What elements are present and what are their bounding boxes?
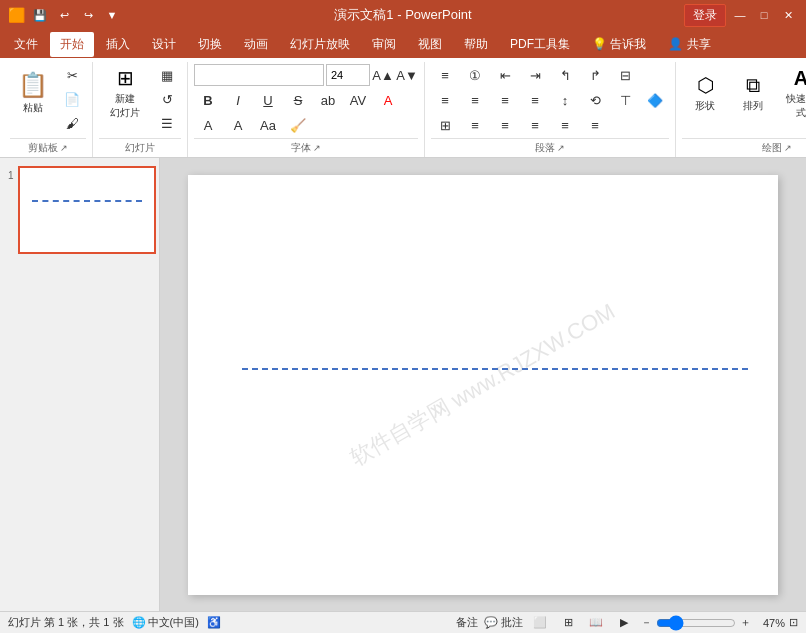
notes-button[interactable]: 备注 [456,615,478,630]
menu-file[interactable]: 文件 [4,32,48,57]
para-extra5[interactable]: ≡ [551,114,579,136]
align-text-button[interactable]: ⊤ [611,89,639,111]
menu-share[interactable]: 👤 共享 [658,32,720,57]
slide-sorter-button[interactable]: ⊞ [557,614,579,632]
para-extra3[interactable]: ≡ [491,114,519,136]
shadow-button[interactable]: ab [314,89,342,111]
zoom-in-button[interactable]: ＋ [740,615,751,630]
justify-button[interactable]: ≡ [521,89,549,111]
char-spacing-button[interactable]: AV [344,89,372,111]
text-direction-button[interactable]: ⟲ [581,89,609,111]
canvas-area: 软件自学网 www.RJZXW.COM [160,158,806,611]
font-color2-button[interactable]: A [224,114,252,136]
comments-button[interactable]: 💬 批注 [484,615,523,630]
arrange-button[interactable]: ⧉ 排列 [730,64,776,122]
slide-count: 幻灯片 第 1 张，共 1 张 [8,615,124,630]
align-center-button[interactable]: ≡ [461,89,489,111]
font-color-button[interactable]: A [374,89,402,111]
menu-tell-me[interactable]: 💡 告诉我 [582,32,656,57]
ribbon-content: 📋 粘贴 ✂ 📄 🖌 剪贴板 ↗ ⊞ 新建幻灯片 [0,58,806,157]
menu-design[interactable]: 设计 [142,32,186,57]
shapes-button[interactable]: ⬡ 形状 [682,64,728,122]
rtl-button[interactable]: ↰ [551,64,579,86]
align-right-button[interactable]: ≡ [491,89,519,111]
reading-view-button[interactable]: 📖 [585,614,607,632]
menu-animations[interactable]: 动画 [234,32,278,57]
clipboard-content: 📋 粘贴 ✂ 📄 🖌 [10,62,86,138]
line-spacing-button[interactable]: ↕ [551,89,579,111]
undo-icon[interactable]: ↩ [54,5,74,25]
cut-button[interactable]: ✂ [58,64,86,86]
column-button[interactable]: ⊟ [611,64,639,86]
new-slide-button[interactable]: ⊞ 新建幻灯片 [99,64,151,122]
case-button[interactable]: Aa [254,114,282,136]
reset-button[interactable]: ↺ [153,88,181,110]
menu-review[interactable]: 审阅 [362,32,406,57]
para-extra6[interactable]: ≡ [581,114,609,136]
smartart-button[interactable]: 🔷 [641,89,669,111]
paste-label: 粘贴 [23,101,43,115]
menu-bar: 文件 开始 插入 设计 切换 动画 幻灯片放映 审阅 视图 帮助 PDF工具集 … [0,30,806,58]
menu-transitions[interactable]: 切换 [188,32,232,57]
align-left-button[interactable]: ≡ [431,89,459,111]
paste-button[interactable]: 📋 粘贴 [10,64,56,122]
underline-button[interactable]: U [254,89,282,111]
slide-thumbnail[interactable] [18,166,156,254]
status-bar: 幻灯片 第 1 张，共 1 张 🌐 中文(中国) ♿ 备注 💬 批注 ⬜ ⊞ 📖… [0,611,806,633]
bold-button[interactable]: B [194,89,222,111]
italic-button[interactable]: I [224,89,252,111]
indent-decrease-button[interactable]: ⇤ [491,64,519,86]
new-slide-label: 新建幻灯片 [110,92,140,120]
quick-styles-button[interactable]: A 快速样式 [778,64,806,122]
numbering-button[interactable]: ① [461,64,489,86]
decrease-font-button[interactable]: A▼ [396,64,418,86]
ltr-button[interactable]: ↱ [581,64,609,86]
font-row1: A▲ A▼ [194,64,418,86]
format-painter-button[interactable]: 🖌 [58,112,86,134]
menu-slideshow[interactable]: 幻灯片放映 [280,32,360,57]
section-button[interactable]: ☰ [153,112,181,134]
normal-view-button[interactable]: ⬜ [529,614,551,632]
ribbon-group-slides: ⊞ 新建幻灯片 ▦ ↺ ☰ 幻灯片 [93,62,188,157]
login-button[interactable]: 登录 [684,4,726,27]
redo-icon[interactable]: ↪ [78,5,98,25]
slideshow-button[interactable]: ▶ [613,614,635,632]
fit-button[interactable]: ⊡ [789,616,798,629]
watermark: 软件自学网 www.RJZXW.COM [345,296,620,472]
font-size-input[interactable] [326,64,370,86]
minimize-button[interactable]: — [730,5,750,25]
font-row3: A A Aa 🧹 [194,114,312,136]
slide-thumb-content [22,170,152,250]
menu-pdf[interactable]: PDF工具集 [500,32,580,57]
menu-home[interactable]: 开始 [50,32,94,57]
font-name-input[interactable] [194,64,324,86]
para-extra1[interactable]: ⊞ [431,114,459,136]
menu-insert[interactable]: 插入 [96,32,140,57]
increase-font-button[interactable]: A▲ [372,64,394,86]
zoom-slider[interactable] [656,615,736,631]
menu-help[interactable]: 帮助 [454,32,498,57]
bullets-button[interactable]: ≡ [431,64,459,86]
clear-format-button[interactable]: 🧹 [284,114,312,136]
text-effect-button[interactable]: A [194,114,222,136]
maximize-button[interactable]: □ [754,5,774,25]
slide-canvas[interactable]: 软件自学网 www.RJZXW.COM [188,175,778,595]
save-icon[interactable]: 💾 [30,5,50,25]
strikethrough-button[interactable]: S [284,89,312,111]
font-content: A▲ A▼ B I U S ab AV A A A Aa 🧹 [194,62,418,138]
customize-icon[interactable]: ▼ [102,5,122,25]
layout-button[interactable]: ▦ [153,64,181,86]
close-button[interactable]: ✕ [778,5,798,25]
paragraph-label: 段落 ↗ [431,138,669,157]
para-extra2[interactable]: ≡ [461,114,489,136]
zoom-level[interactable]: 47% [755,617,785,629]
status-right: 备注 💬 批注 ⬜ ⊞ 📖 ▶ － ＋ 47% ⊡ [456,614,798,632]
indent-increase-button[interactable]: ⇥ [521,64,549,86]
para-extra4[interactable]: ≡ [521,114,549,136]
status-left: 幻灯片 第 1 张，共 1 张 🌐 中文(中国) ♿ [8,615,221,630]
quick-styles-label: 快速样式 [782,92,806,120]
menu-view[interactable]: 视图 [408,32,452,57]
zoom-out-button[interactable]: － [641,615,652,630]
slide-thumb-dashed-line [32,200,142,202]
copy-button[interactable]: 📄 [58,88,86,110]
